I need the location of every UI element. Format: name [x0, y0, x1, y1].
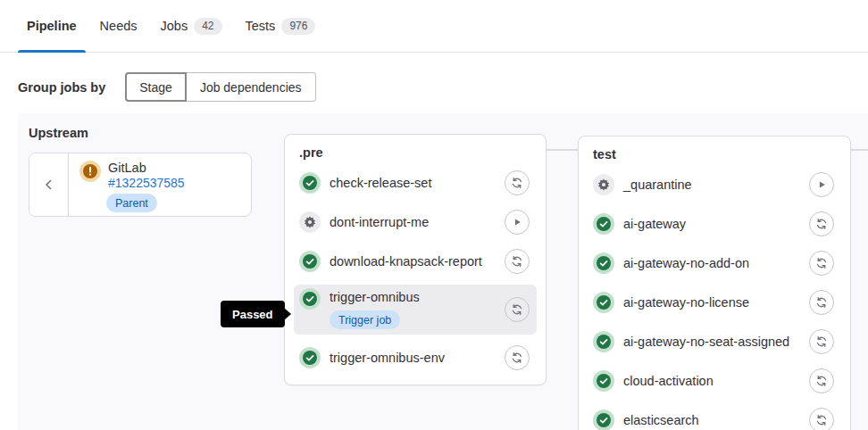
stage-connector-line [851, 149, 868, 151]
job-name-link[interactable]: ai-gateway [623, 215, 809, 233]
retry-icon [815, 335, 828, 348]
retry-job-button[interactable] [809, 368, 834, 393]
job-row[interactable]: ai-gateway-no-license [588, 286, 841, 318]
stage-job-list: check-release-set dont-interrupt-me [285, 167, 546, 385]
retry-icon [815, 296, 828, 309]
retry-icon [511, 177, 523, 189]
upstream-pipeline-card: GitLab #1322537585 Parent [29, 153, 252, 217]
retry-icon [815, 257, 828, 269]
job-row[interactable]: trigger-omnibus-env [294, 342, 537, 374]
job-name-link[interactable]: trigger-omnibus [330, 288, 420, 306]
stage-title: .pre [285, 135, 546, 167]
stage-card-pre: .pre check-release-set dont-interrupt-me [284, 134, 547, 385]
group-by-job-dependencies-button[interactable]: Job dependencies [187, 72, 316, 102]
job-row[interactable]: ai-gateway-no-add-on [588, 247, 841, 279]
upstream-project-name: GitLab [108, 161, 185, 176]
retry-job-button[interactable] [505, 170, 530, 195]
job-status-success-icon [593, 409, 614, 430]
pipeline-tabs: Pipeline Needs Jobs 42 Tests 976 [0, 0, 868, 53]
retry-job-button[interactable] [809, 251, 834, 276]
trigger-job-badge: Trigger job [330, 310, 400, 329]
retry-icon [815, 414, 828, 426]
play-icon [815, 178, 828, 191]
job-row-trigger-omnibus[interactable]: trigger-omnibus Trigger job [294, 285, 537, 335]
job-status-success-icon [299, 172, 321, 194]
collapse-upstream-button[interactable] [29, 153, 69, 216]
job-name-link[interactable]: ai-gateway-no-add-on [623, 254, 809, 272]
retry-icon [511, 255, 523, 268]
retry-icon [815, 218, 828, 230]
upstream-pipeline-body: GitLab #1322537585 Parent [69, 153, 251, 216]
group-by-segmented-control: Stage Job dependencies [125, 72, 315, 102]
job-status-success-icon [593, 370, 614, 392]
job-name-link[interactable]: trigger-omnibus-env [330, 349, 505, 367]
retry-icon [815, 375, 828, 387]
tab-jobs-label: Jobs [161, 19, 188, 33]
job-status-manual-icon [593, 174, 614, 195]
job-status-manual-icon [299, 211, 321, 233]
upstream-section-title: Upstream [29, 126, 88, 140]
group-by-stage-button[interactable]: Stage [125, 72, 187, 102]
pipeline-graph-panel: Upstream GitLab #1322537585 Parent [18, 113, 868, 430]
tab-pipeline-label: Pipeline [27, 19, 77, 33]
stage-card-test: test _quarantine ai-gateway [578, 136, 851, 430]
retry-icon [511, 351, 523, 364]
job-name-link[interactable]: check-release-set [330, 174, 505, 192]
tab-needs[interactable]: Needs [91, 0, 146, 52]
job-row[interactable]: ai-gateway-no-seat-assigned [588, 326, 841, 358]
job-status-success-icon [593, 213, 614, 235]
retry-job-button[interactable] [809, 408, 834, 430]
job-status-success-icon [593, 252, 614, 274]
tab-tests-label: Tests [246, 19, 276, 33]
retry-job-button[interactable] [505, 249, 530, 274]
job-status-success-icon [299, 347, 321, 368]
group-jobs-by-label: Group jobs by [18, 80, 105, 95]
tab-pipeline[interactable]: Pipeline [18, 0, 86, 52]
job-row[interactable]: _quarantine [588, 169, 841, 201]
job-row[interactable]: check-release-set [294, 167, 537, 199]
retry-icon [511, 303, 523, 316]
job-row[interactable]: download-knapsack-report [294, 245, 537, 277]
stage-title: test [579, 136, 850, 169]
play-job-button[interactable] [505, 210, 530, 235]
parent-badge: Parent [106, 194, 157, 212]
job-row[interactable]: cloud-activation [588, 365, 841, 397]
stage-job-list: _quarantine ai-gateway [579, 169, 850, 430]
job-name-link[interactable]: ai-gateway-no-license [623, 294, 809, 311]
job-row[interactable]: dont-interrupt-me [294, 206, 537, 238]
tab-jobs[interactable]: Jobs 42 [152, 0, 231, 52]
retry-job-button[interactable] [505, 345, 530, 370]
job-row[interactable]: elasticsearch [588, 404, 841, 430]
job-name-link[interactable]: download-knapsack-report [330, 252, 505, 270]
job-status-success-icon [593, 331, 614, 352]
job-status-success-icon [299, 288, 321, 310]
tab-tests[interactable]: Tests 976 [237, 0, 325, 52]
job-name-link[interactable]: _quarantine [623, 176, 809, 194]
tests-count-badge: 976 [281, 18, 315, 35]
passed-status-tooltip: Passed [221, 301, 285, 327]
job-main: trigger-omnibus Trigger job [330, 288, 505, 329]
job-status-success-icon [299, 251, 321, 272]
job-name-link[interactable]: elasticsearch [623, 411, 809, 429]
job-name-link[interactable]: dont-interrupt-me [330, 213, 505, 231]
retry-job-button[interactable] [809, 290, 834, 315]
upstream-pipeline-link[interactable]: #1322537585 [108, 176, 185, 191]
group-jobs-by-section: Group jobs by Stage Job dependencies [0, 53, 868, 102]
job-name-link[interactable]: ai-gateway-no-seat-assigned [623, 333, 809, 351]
jobs-count-badge: 42 [194, 18, 221, 35]
job-status-success-icon [593, 292, 614, 313]
tab-needs-label: Needs [100, 19, 138, 33]
retry-job-button[interactable] [809, 211, 834, 236]
stage-connector-line [547, 149, 578, 151]
retry-job-button[interactable] [505, 297, 530, 322]
chevron-left-icon [42, 178, 56, 192]
play-job-button[interactable] [809, 172, 834, 197]
job-row[interactable]: ai-gateway [588, 208, 841, 240]
play-icon [511, 216, 523, 228]
job-name-link[interactable]: cloud-activation [623, 372, 809, 390]
retry-job-button[interactable] [809, 329, 834, 354]
pipeline-status-warning-icon [79, 161, 101, 182]
